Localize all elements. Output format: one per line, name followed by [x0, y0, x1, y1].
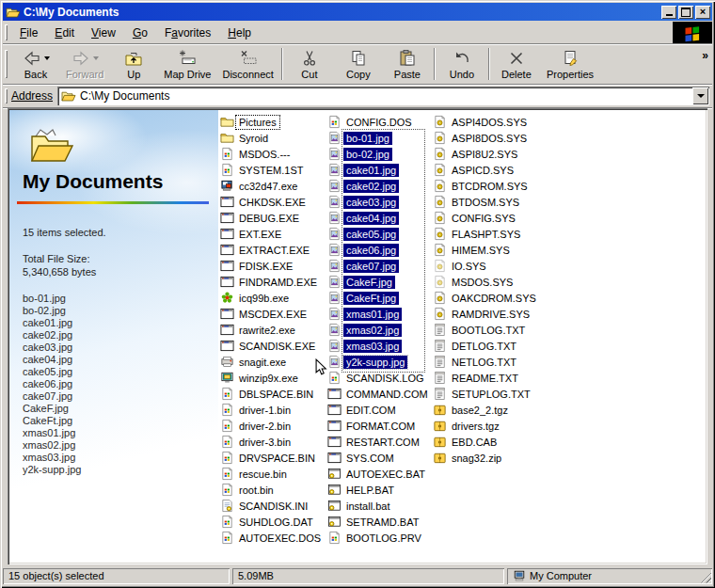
file-item-xmas03-jpg[interactable]: xmas03.jpg	[327, 338, 433, 354]
file-item-sys-com[interactable]: SYS.COM	[327, 450, 433, 466]
toolbar-properties-button[interactable]: Properties	[541, 45, 599, 83]
file-item-help-bat[interactable]: HELP.BAT	[327, 482, 433, 498]
file-item-cake07-jpg[interactable]: cake07.jpg	[327, 258, 433, 274]
file-item-restart-com[interactable]: RESTART.COM	[327, 434, 433, 450]
file-item-driver-2-bin[interactable]: driver-2.bin	[220, 418, 326, 434]
file-item-driver-1-bin[interactable]: driver-1.bin	[220, 402, 326, 418]
toolbar-paste-button[interactable]: Paste	[383, 45, 432, 83]
file-item-xmas02-jpg[interactable]: xmas02.jpg	[327, 322, 433, 338]
file-item-suhdlog-dat[interactable]: SUHDLOG.DAT	[220, 514, 326, 530]
toolbar-copy-button[interactable]: Copy	[334, 45, 383, 83]
file-item-ext-exe[interactable]: EXT.EXE	[220, 226, 326, 242]
title-bar[interactable]: C:\My Documents ×	[3, 3, 712, 21]
maximize-button[interactable]	[678, 6, 693, 19]
address-bar-grip[interactable]	[5, 88, 8, 104]
toolbar-overflow-chevron[interactable]: »	[700, 49, 712, 79]
file-item-btcdrom-sys[interactable]: BTCDROM.SYS	[433, 178, 538, 194]
file-item-mscdex-exe[interactable]: MSCDEX.EXE	[220, 306, 326, 322]
file-item-readme-txt[interactable]: README.TXT	[433, 370, 538, 386]
file-item-himem-sys[interactable]: HIMEM.SYS	[433, 242, 538, 258]
file-item-bo-02-jpg[interactable]: bo-02.jpg	[327, 146, 433, 162]
file-item-bootlog-prv[interactable]: BOOTLOG.PRV	[327, 530, 433, 546]
file-item-scandisk-exe[interactable]: SCANDISK.EXE	[220, 338, 326, 354]
file-item-io-sys[interactable]: IO.SYS	[433, 258, 538, 274]
menu-item-go[interactable]: Go	[124, 24, 156, 42]
menu-bar-grip[interactable]	[5, 24, 8, 40]
file-item-system-1st[interactable]: SYSTEM.1ST	[220, 162, 326, 178]
file-item-scandisk-log[interactable]: SCANDISK.LOG	[327, 370, 433, 386]
file-item-xmas01-jpg[interactable]: xmas01.jpg	[327, 306, 433, 322]
file-item-config-dos[interactable]: CONFIG.DOS	[327, 114, 433, 130]
file-item-cakef-jpg[interactable]: CakeF.jpg	[327, 274, 433, 290]
file-item-winzip9x-exe[interactable]: winzip9x.exe	[220, 370, 326, 386]
toolbar-up-button[interactable]: Up	[109, 45, 158, 83]
file-item-extract-exe[interactable]: EXTRACT.EXE	[220, 242, 326, 258]
toolbar-cut-button[interactable]: Cut	[285, 45, 334, 83]
file-item-config-sys[interactable]: CONFIG.SYS	[433, 210, 538, 226]
file-item-edit-com[interactable]: EDIT.COM	[327, 402, 433, 418]
file-item-ramdrive-sys[interactable]: RAMDRIVE.SYS	[433, 306, 538, 322]
close-button[interactable]: ×	[695, 6, 710, 19]
menu-item-view[interactable]: View	[83, 24, 124, 42]
dropdown-arrow-icon[interactable]	[93, 56, 99, 60]
file-item-chkdsk-exe[interactable]: CHKDSK.EXE	[220, 194, 326, 210]
file-item-flashpt-sys[interactable]: FLASHPT.SYS	[433, 226, 538, 242]
file-item-fdisk-exe[interactable]: FDISK.EXE	[220, 258, 326, 274]
file-item-aspi4dos-sys[interactable]: ASPI4DOS.SYS	[433, 114, 538, 130]
file-item-snag32-zip[interactable]: snag32.zip	[433, 450, 538, 466]
file-item-autoexec-bat[interactable]: AUTOEXEC.BAT	[327, 466, 433, 482]
file-item-icq99b-exe[interactable]: icq99b.exe	[220, 290, 326, 306]
file-item-bootlog-txt[interactable]: BOOTLOG.TXT	[433, 322, 538, 338]
file-item-cake01-jpg[interactable]: cake01.jpg	[327, 162, 433, 178]
file-item-oakcdrom-sys[interactable]: OAKCDROM.SYS	[433, 290, 538, 306]
file-item-aspicd-sys[interactable]: ASPICD.SYS	[433, 162, 538, 178]
file-item-msdos-sys[interactable]: MSDOS.SYS	[433, 274, 538, 290]
file-item-pictures[interactable]: Pictures	[220, 114, 326, 130]
file-item-drivers-tgz[interactable]: drivers.tgz	[433, 418, 538, 434]
file-item-base2-2-tgz[interactable]: base2_2.tgz	[433, 402, 538, 418]
file-item-cake05-jpg[interactable]: cake05.jpg	[327, 226, 433, 242]
file-list-area[interactable]: PicturesSyroidMSDOS.---SYSTEM.1STcc32d47…	[218, 110, 706, 563]
file-item-cake06-jpg[interactable]: cake06.jpg	[327, 242, 433, 258]
file-item-cake03-jpg[interactable]: cake03.jpg	[327, 194, 433, 210]
file-item-aspi8u2-sys[interactable]: ASPI8U2.SYS	[433, 146, 538, 162]
file-item-setramd-bat[interactable]: SETRAMD.BAT	[327, 514, 433, 530]
menu-item-file[interactable]: File	[11, 24, 46, 42]
file-item-y2k-supp-jpg[interactable]: y2k-supp.jpg	[327, 354, 433, 370]
minimize-button[interactable]	[661, 6, 676, 19]
file-item-aspi8dos-sys[interactable]: ASPI8DOS.SYS	[433, 130, 538, 146]
menu-item-favorites[interactable]: Favorites	[156, 24, 219, 42]
file-item-autoexec-dos[interactable]: AUTOEXEC.DOS	[220, 530, 326, 546]
file-item-format-com[interactable]: FORMAT.COM	[327, 418, 433, 434]
file-item-cake04-jpg[interactable]: cake04.jpg	[327, 210, 433, 226]
file-item-msdos-[interactable]: MSDOS.---	[220, 146, 326, 162]
file-item-ebd-cab[interactable]: EBD.CAB	[433, 434, 538, 450]
menu-item-help[interactable]: Help	[219, 24, 260, 42]
toolbar-delete-button[interactable]: Delete	[492, 45, 541, 83]
file-item-netlog-txt[interactable]: NETLOG.TXT	[433, 354, 538, 370]
file-item-install-bat[interactable]: install.bat	[327, 498, 433, 514]
menu-item-edit[interactable]: Edit	[46, 24, 83, 42]
file-item-syroid[interactable]: Syroid	[220, 130, 326, 146]
file-item-debug-exe[interactable]: DEBUG.EXE	[220, 210, 326, 226]
toolbar-forward-button[interactable]: Forward	[60, 45, 109, 83]
file-item-cakeft-jpg[interactable]: CakeFt.jpg	[327, 290, 433, 306]
file-item-detlog-txt[interactable]: DETLOG.TXT	[433, 338, 538, 354]
file-item-rescue-bin[interactable]: rescue.bin	[220, 466, 326, 482]
file-item-findramd-exe[interactable]: FINDRAMD.EXE	[220, 274, 326, 290]
file-item-command-com[interactable]: COMMAND.COM	[327, 386, 433, 402]
file-item-cc32d47-exe[interactable]: cc32d47.exe	[220, 178, 326, 194]
file-item-btdosm-sys[interactable]: BTDOSM.SYS	[433, 194, 538, 210]
file-item-scandisk-ini[interactable]: SCANDISK.INI	[220, 498, 326, 514]
file-item-bo-01-jpg[interactable]: bo-01.jpg	[327, 130, 433, 146]
toolbar-undo-button[interactable]: Undo	[437, 45, 486, 83]
toolbar-map-drive-button[interactable]: Map Drive	[158, 45, 216, 83]
dropdown-arrow-icon[interactable]	[44, 56, 50, 60]
file-item-drvspace-bin[interactable]: DRVSPACE.BIN	[220, 450, 326, 466]
file-item-rawrite2-exe[interactable]: rawrite2.exe	[220, 322, 326, 338]
file-item-driver-3-bin[interactable]: driver-3.bin	[220, 434, 326, 450]
toolbar-grip[interactable]	[5, 50, 8, 77]
file-item-root-bin[interactable]: root.bin	[220, 482, 326, 498]
file-item-cake02-jpg[interactable]: cake02.jpg	[327, 178, 433, 194]
toolbar-disconnect-button[interactable]: Disconnect	[216, 45, 278, 83]
